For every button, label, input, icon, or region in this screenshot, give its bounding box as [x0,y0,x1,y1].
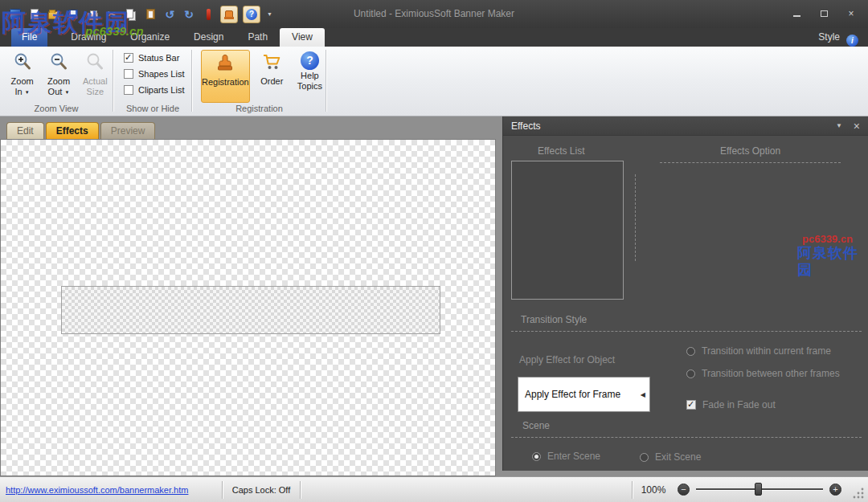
effects-list-label: Effects List [538,145,584,157]
zoom-level: 100% [633,484,674,496]
maximize-button[interactable] [813,6,834,21]
stamp-icon [215,52,235,76]
cut-icon[interactable]: ✂ [104,7,119,22]
dashed-separator [511,437,862,438]
statusbar-separator [300,481,301,499]
qat-help-button[interactable]: ? [243,6,260,23]
status-bar-checkbox[interactable]: ✓ Status Bar [124,53,191,63]
paste-icon[interactable] [143,7,158,22]
copy-icon[interactable] [124,7,138,22]
radio-icon [640,453,649,462]
zoom-out-button[interactable]: Zoom Out ▼ [43,50,74,103]
website-link[interactable]: http://www.eximioussoft.com/bannermaker.… [6,485,188,495]
checkbox-icon [124,85,133,95]
tab-drawing[interactable]: Drawing [59,28,118,47]
zoom-in-button[interactable]: Zoom In ▼ [6,50,38,103]
effects-option-label: Effects Option [660,145,841,163]
cliparts-list-checkbox[interactable]: Cliparts List [124,85,191,95]
fade-in-fade-out-checkbox[interactable]: ✓ Fade in Fade out [686,399,776,410]
doc-tab-edit[interactable]: Edit [6,122,44,139]
ribbon-tab-strip: File Drawing Organize Design Path View S… [0,28,868,47]
group-registration: Registration Order ? Help Topics Registr… [193,47,326,116]
info-icon[interactable]: i [846,35,858,47]
zoom-slider-thumb[interactable] [755,483,762,496]
registration-button[interactable]: Registration [201,50,250,103]
canvas[interactable] [0,139,496,476]
shopping-cart-icon [261,51,282,76]
qat-registration-button[interactable] [220,6,238,23]
scene-label: Scene [522,420,550,431]
actual-size-button[interactable]: Actual Size [80,50,111,103]
close-button[interactable]: × [841,6,862,21]
checkbox-checked-icon: ✓ [686,400,696,410]
pin-icon[interactable] [201,7,215,22]
tab-design[interactable]: Design [182,28,235,47]
maximize-icon [821,10,828,17]
style-label[interactable]: Style [818,28,840,47]
actual-size-icon [85,51,104,76]
app-icon [8,7,23,22]
titlebar: ✂ ↺ ↻ ? ▼ Untitled - EximiousSoft Banner… [0,0,868,28]
stamp-icon [225,10,233,18]
tab-organize[interactable]: Organize [118,28,182,47]
doc-tab-preview[interactable]: Preview [100,122,156,139]
minimize-button[interactable] [786,6,807,21]
tab-view[interactable]: View [280,28,325,47]
panel-menu-icon[interactable]: ▼ [836,122,842,129]
effects-list[interactable] [511,161,624,300]
zoom-plus-button[interactable]: + [829,484,841,496]
qat-caret-icon[interactable]: ▼ [267,11,272,17]
group-label-registration: Registration [193,104,326,113]
apply-effect-object-label: Apply Effect for Object [519,354,615,365]
redo-icon[interactable]: ↻ [182,7,196,22]
radio-selected-icon [532,452,541,461]
dropdown-arrow-icon: ◀ [641,391,645,398]
group-zoom-view: Zoom In ▼ Zoom Out ▼ [0,47,113,116]
panel-close-icon[interactable]: × [854,120,860,132]
dashed-separator [635,174,636,261]
resize-grip[interactable] [851,485,866,500]
help-topics-button[interactable]: ? Help Topics [294,50,326,103]
help-icon: ? [301,51,319,70]
print-icon[interactable] [85,7,100,22]
tab-path[interactable]: Path [235,28,280,47]
doc-tab-effects[interactable]: Effects [46,122,99,139]
zoom-slider[interactable] [696,488,823,491]
zoom-in-icon [13,51,32,76]
effects-panel-title: Effects [511,120,540,132]
transition-style-label: Transition Style [521,314,587,325]
undo-icon[interactable]: ↺ [162,7,177,22]
document-tab-strip: Edit Effects Preview [0,116,502,139]
checkbox-checked-icon: ✓ [124,53,133,63]
status-bar: http://www.eximioussoft.com/bannermaker.… [0,476,868,502]
radio-transition-within-frame[interactable]: Transition within current frame [686,345,831,357]
effects-panel-header: Effects ▼ × [503,116,868,136]
status-url: http://www.eximioussoft.com/bannermaker.… [0,485,222,495]
dashed-separator [511,331,862,332]
quick-access-toolbar: ✂ ↺ ↻ ? ▼ [8,6,272,23]
radio-icon [686,369,695,378]
radio-exit-scene[interactable]: Exit Scene [640,451,701,463]
checkbox-icon [124,69,133,79]
new-document-icon[interactable] [27,7,42,22]
shapes-list-checkbox[interactable]: Shapes List [124,69,191,79]
app-window: ✂ ↺ ↻ ? ▼ Untitled - EximiousSoft Banner… [0,0,868,502]
help-icon: ? [246,9,257,20]
radio-enter-scene[interactable]: Enter Scene [532,451,600,462]
group-show-or-hide: ✓ Status Bar Shapes List Cliparts List S… [114,47,191,116]
apply-effect-dropdown[interactable]: Apply Effect for Frame ◀ [518,377,650,412]
banner-region[interactable] [61,286,440,334]
save-icon[interactable] [66,7,80,22]
group-label-zoom-view: Zoom View [0,104,113,113]
zoom-minus-button[interactable]: − [678,484,690,496]
radio-transition-between-frames[interactable]: Transition between other frames [686,368,840,379]
dropdown-caret-icon: ▼ [25,90,30,95]
ribbon: Zoom In ▼ Zoom Out ▼ [0,47,868,116]
workspace: Edit Effects Preview Effects ▼ × Effects… [0,116,868,476]
caps-lock-indicator: Caps Lock: Off [223,485,300,495]
open-folder-icon[interactable] [47,7,61,22]
dropdown-caret-icon: ▼ [64,90,69,95]
order-button[interactable]: Order [256,50,288,103]
minimize-icon [793,15,800,17]
tab-file[interactable]: File [11,28,47,47]
